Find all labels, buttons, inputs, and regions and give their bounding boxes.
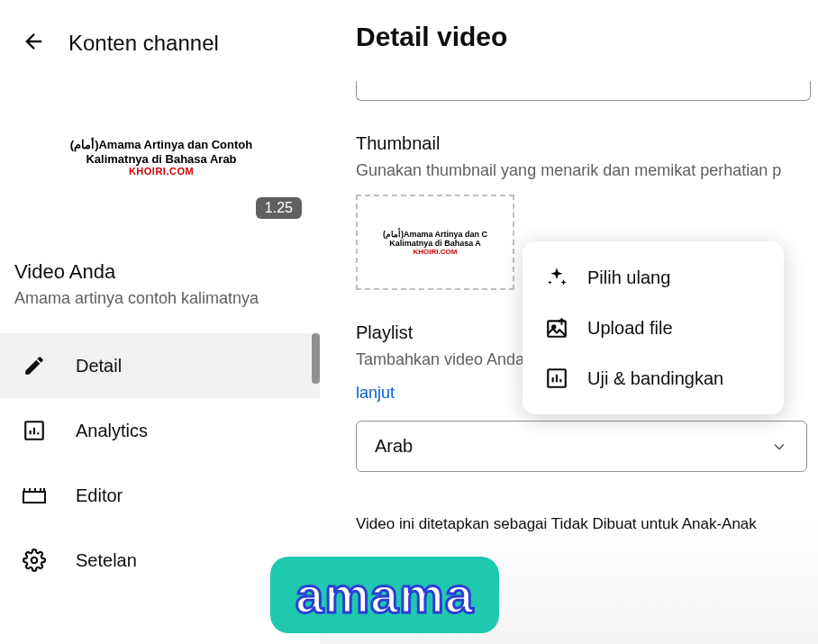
video-caption-overlay: amama	[270, 557, 499, 633]
nav-label: Analytics	[76, 421, 148, 441]
nav-item-analytics[interactable]: Analytics	[0, 398, 320, 463]
video-section-label: Video Anda	[14, 260, 305, 284]
page-title: Konten channel	[68, 31, 219, 56]
bar-chart-icon	[544, 366, 569, 391]
video-name: Amama artinya contoh kalimatnya	[14, 289, 305, 308]
dropdown-selected: Arab	[375, 436, 413, 457]
menu-item-test-compare[interactable]: Uji & bandingkan	[523, 353, 784, 404]
caption-text: amama	[295, 567, 474, 623]
nav-label: Setelan	[76, 550, 137, 571]
audience-status-text: Video ini ditetapkan sebagai Tidak Dibua…	[356, 515, 818, 533]
thumbnail-heading: Thumbnail	[356, 133, 818, 154]
gear-icon	[22, 548, 47, 573]
pencil-icon	[22, 353, 47, 378]
video-thumb-preview: (أمام)Amama Artinya dan Contoh Kalimatny…	[36, 115, 286, 199]
sidebar-nav: Detail Analytics Editor Setelan	[0, 333, 320, 593]
menu-item-reselect[interactable]: Pilih ulang	[523, 252, 784, 303]
thumbnail-desc: Gunakan thumbnail yang menarik dan memik…	[356, 161, 818, 180]
menu-item-upload[interactable]: Upload file	[523, 303, 784, 353]
thumbnail-selector[interactable]: (أمام)Amama Artinya dan C Kalimatnya di …	[356, 195, 514, 290]
video-info: Video Anda Amama artinya contoh kalimatn…	[0, 210, 320, 319]
scroll-indicator[interactable]	[312, 333, 320, 384]
menu-label: Pilih ulang	[587, 268, 670, 288]
nav-label: Editor	[76, 485, 123, 506]
editor-icon	[22, 483, 47, 508]
duration-badge: 1.25	[256, 197, 302, 219]
sidebar: Konten channel (أمام)Amama Artinya dan C…	[0, 0, 320, 644]
menu-label: Uji & bandingkan	[587, 368, 723, 389]
sparkle-icon	[544, 265, 569, 290]
upload-image-icon	[544, 315, 569, 340]
analytics-icon	[22, 418, 47, 443]
svg-point-1	[32, 558, 38, 564]
menu-label: Upload file	[587, 318, 673, 339]
thumb-title-line1: (أمام)Amama Artinya dan Contoh	[70, 138, 252, 153]
video-thumbnail-card[interactable]: (أمام)Amama Artinya dan Contoh Kalimatny…	[36, 115, 302, 199]
nav-item-editor[interactable]: Editor	[0, 463, 320, 528]
thumbnail-options-menu: Pilih ulang Upload file Uji & bandingkan	[523, 241, 784, 414]
thumb-preview-brand: KHOIRI.COM	[414, 248, 458, 256]
chevron-down-icon	[770, 438, 788, 456]
thumb-brand: KHOIRI.COM	[129, 166, 194, 177]
main-title: Detail video	[356, 22, 818, 52]
nav-item-detail[interactable]: Detail	[0, 333, 320, 398]
playlist-dropdown[interactable]: Arab	[356, 421, 807, 472]
nav-label: Detail	[76, 356, 122, 376]
playlist-more-link[interactable]: lanjut	[356, 384, 395, 402]
thumb-title-line2: Kalimatnya di Bahasa Arab	[86, 152, 236, 166]
sidebar-header: Konten channel	[0, 0, 320, 72]
thumb-preview-line2: Kalimatnya di Bahasa A	[389, 239, 481, 248]
back-arrow-icon[interactable]	[22, 29, 47, 58]
thumb-preview-line1: (أمام)Amama Artinya dan C	[383, 230, 487, 239]
input-field-partial[interactable]	[356, 81, 811, 101]
